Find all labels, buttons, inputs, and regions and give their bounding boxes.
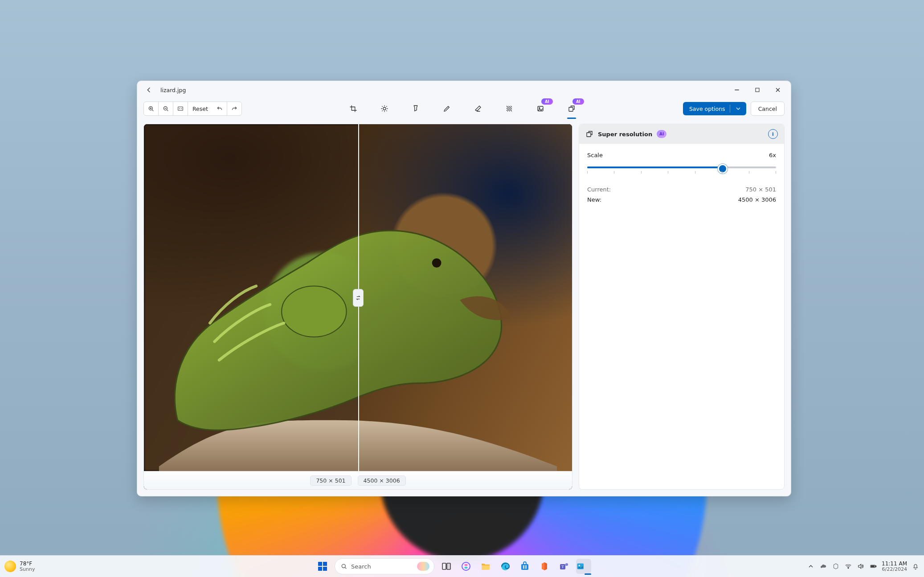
- current-label: Current:: [587, 186, 611, 193]
- save-options-button[interactable]: Save options: [683, 102, 746, 115]
- image-canvas[interactable]: [144, 124, 572, 471]
- swap-horizontal-icon: [355, 294, 362, 301]
- taskbar-search[interactable]: Search: [335, 558, 434, 574]
- svg-point-29: [579, 565, 580, 566]
- zoom-in-button[interactable]: [144, 102, 158, 115]
- notifications-button[interactable]: [912, 562, 920, 570]
- svg-text:T: T: [561, 565, 564, 569]
- generative-erase-tool[interactable]: AI: [532, 101, 548, 116]
- new-value: 4500 × 3006: [738, 196, 776, 203]
- crop-tool[interactable]: [345, 101, 361, 116]
- cancel-button[interactable]: Cancel: [751, 102, 785, 116]
- svg-rect-16: [442, 563, 446, 569]
- filter-tool[interactable]: [408, 101, 424, 116]
- scale-label: Scale: [587, 152, 603, 158]
- teams-button[interactable]: T: [556, 559, 572, 574]
- background-tool[interactable]: [501, 101, 517, 116]
- close-icon: [774, 86, 781, 93]
- weather-desc: Sunny: [20, 567, 35, 572]
- tray-overflow-button[interactable]: [807, 562, 815, 570]
- m365-icon: [539, 561, 550, 572]
- reset-button[interactable]: Reset: [188, 102, 213, 115]
- clock-time: 11:11 AM: [882, 561, 907, 567]
- edge-button[interactable]: [498, 559, 513, 574]
- undo-button[interactable]: [213, 102, 227, 115]
- svg-rect-7: [569, 107, 573, 111]
- image-ai-icon: [536, 105, 544, 113]
- info-button[interactable]: i: [768, 129, 778, 139]
- weather-temp: 78°F: [20, 561, 35, 567]
- wifi-tray-icon[interactable]: [844, 562, 852, 570]
- maximize-button[interactable]: [747, 81, 768, 99]
- current-value: 750 × 501: [745, 186, 776, 193]
- brightness-icon: [380, 105, 388, 113]
- search-highlight-art: [417, 562, 429, 571]
- sparkle-hex-icon: [832, 563, 839, 570]
- search-icon: [340, 563, 348, 570]
- cancel-label: Cancel: [758, 106, 777, 112]
- m365-button[interactable]: [537, 559, 552, 574]
- window-caption-buttons: [727, 81, 788, 99]
- svg-point-27: [565, 563, 568, 566]
- file-explorer-button[interactable]: [478, 559, 493, 574]
- zoom-out-button[interactable]: [158, 102, 173, 115]
- taskbar-clock[interactable]: 11:11 AM 6/22/2024: [882, 561, 907, 572]
- new-row: New: 4500 × 3006: [587, 196, 776, 203]
- current-row: Current: 750 × 501: [587, 186, 776, 193]
- photos-app-icon: [576, 561, 585, 572]
- fit-button[interactable]: [173, 102, 188, 115]
- panel-title: Super resolution: [598, 131, 652, 138]
- task-view-button[interactable]: [439, 559, 454, 574]
- erase-tool[interactable]: [470, 101, 486, 116]
- background-blur-icon: [505, 105, 513, 113]
- title-filename: lizard.jpg: [160, 87, 186, 93]
- start-button[interactable]: [315, 559, 330, 574]
- wifi-icon: [845, 563, 852, 570]
- scale-slider[interactable]: [587, 162, 776, 176]
- ai-badge: AI: [572, 98, 584, 105]
- svg-rect-13: [318, 567, 322, 571]
- ai-badge: AI: [541, 98, 553, 105]
- copilot-button[interactable]: [458, 559, 474, 574]
- panel-body: Scale 6x Current: 750 × 501 New: 4500 × …: [579, 144, 784, 207]
- svg-point-18: [462, 562, 470, 570]
- task-view-icon: [441, 561, 452, 572]
- close-button[interactable]: [768, 81, 788, 99]
- svg-rect-11: [318, 562, 322, 566]
- search-label: Search: [351, 563, 371, 570]
- volume-tray-icon[interactable]: [857, 562, 865, 570]
- clock-date: 6/22/2024: [882, 567, 907, 572]
- teams-icon: T: [559, 561, 569, 572]
- taskbar-weather[interactable]: 78°F Sunny: [4, 561, 111, 572]
- chevron-up-icon: [807, 563, 814, 570]
- copilot-tray-icon[interactable]: [832, 562, 840, 570]
- content-area: 750 × 501 4500 × 3006 Super resolution A…: [137, 118, 791, 496]
- svg-rect-0: [756, 88, 759, 92]
- toolbar-actions: Save options Cancel: [683, 102, 785, 116]
- speaker-icon: [857, 563, 864, 570]
- redo-button[interactable]: [227, 102, 241, 115]
- photos-app-button[interactable]: [576, 559, 591, 574]
- svg-point-8: [282, 286, 346, 337]
- adjust-tool[interactable]: [376, 101, 392, 116]
- undo-icon: [216, 105, 223, 112]
- before-dimensions-pill: 750 × 501: [310, 475, 351, 486]
- comparison-split-handle[interactable]: [353, 289, 364, 307]
- back-button[interactable]: [142, 83, 156, 97]
- chevron-down-icon: [735, 105, 742, 112]
- edit-tools: AI AI: [246, 101, 679, 116]
- eraser-icon: [474, 105, 482, 113]
- titlebar: lizard.jpg: [137, 81, 791, 99]
- onedrive-tray-icon[interactable]: [819, 562, 827, 570]
- minimize-button[interactable]: [727, 81, 747, 99]
- scale-value: 6x: [769, 152, 776, 158]
- store-button[interactable]: [517, 559, 532, 574]
- zoom-in-icon: [147, 105, 155, 112]
- battery-tray-icon[interactable]: [869, 562, 877, 570]
- markup-tool[interactable]: [439, 101, 455, 116]
- edge-icon: [500, 561, 511, 572]
- super-resolution-tool[interactable]: AI: [564, 101, 580, 116]
- svg-rect-33: [871, 566, 874, 567]
- redo-icon: [231, 105, 238, 112]
- taskbar-center: Search T: [111, 558, 795, 574]
